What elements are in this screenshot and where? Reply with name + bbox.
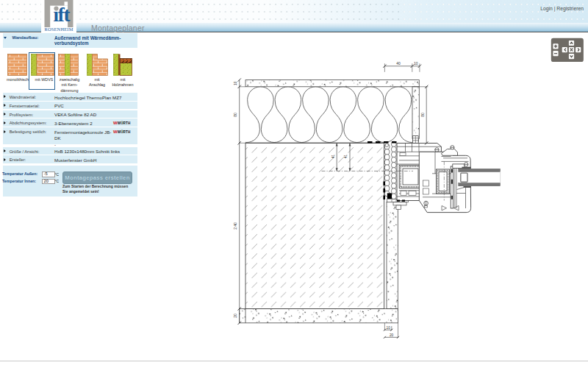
svg-text:40: 40 — [396, 61, 401, 66]
svg-text:10: 10 — [233, 81, 237, 85]
svg-text:41: 41 — [344, 155, 348, 159]
svg-text:41: 41 — [331, 155, 335, 159]
svg-text:20: 20 — [390, 333, 394, 337]
svg-text:80: 80 — [233, 113, 237, 117]
svg-text:10: 10 — [387, 326, 391, 330]
svg-text:2.40: 2.40 — [233, 222, 237, 230]
svg-text:80: 80 — [420, 113, 425, 117]
svg-text:20: 20 — [233, 314, 237, 318]
svg-text:10: 10 — [414, 61, 418, 66]
